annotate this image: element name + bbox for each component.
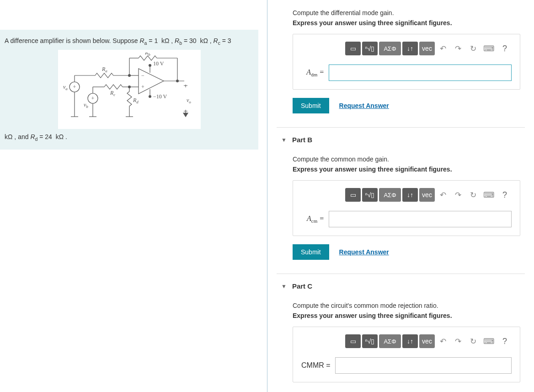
part-c-intro: Compute the circuit's common mode reject… — [293, 302, 525, 309]
svg-point-30 — [149, 64, 151, 67]
redo-button[interactable]: ↷ — [451, 334, 465, 348]
root-button[interactable]: ⁿ√▯ — [362, 42, 378, 55]
greek-button[interactable]: ΑΣΦ — [379, 42, 401, 55]
part-c-hint: Express your answer using three signific… — [293, 312, 525, 319]
subsup-button[interactable]: ↓↑ — [402, 42, 418, 55]
svg-text:vo: vo — [187, 97, 191, 104]
part-b-toolbar: ▭ ⁿ√▯ ΑΣΦ ↓↑ vec ↶ ↷ ↻ ⌨ ? — [301, 188, 512, 202]
svg-text:vb: vb — [84, 102, 88, 109]
undo-button[interactable]: ↶ — [436, 188, 450, 202]
part-b-title: Part B — [292, 136, 312, 144]
part-b-hint: Express your answer using three signific… — [293, 166, 525, 173]
svg-text:10 V: 10 V — [153, 60, 164, 67]
reset-button[interactable]: ↻ — [466, 334, 480, 348]
svg-text:Rd: Rd — [133, 97, 139, 104]
svg-text:+: + — [73, 84, 76, 90]
caret-down-icon: ▼ — [281, 283, 287, 290]
part-b-intro: Compute the common mode gain. — [293, 156, 525, 163]
reset-button[interactable]: ↻ — [466, 188, 480, 202]
part-b-var-label: Acm = — [301, 215, 324, 224]
help-button[interactable]: ? — [498, 188, 512, 202]
undo-button[interactable]: ↶ — [436, 334, 450, 348]
part-c-var-label: CMMR = — [301, 361, 331, 370]
svg-text:Rc: Rc — [110, 90, 115, 97]
root-button[interactable]: ⁿ√▯ — [362, 188, 378, 202]
part-c-header[interactable]: ▼ Part C — [277, 274, 525, 293]
part-c-toolbar: ▭ ⁿ√▯ ΑΣΦ ↓↑ vec ↶ ↷ ↻ ⌨ ? — [301, 334, 512, 348]
keyboard-button[interactable]: ⌨ — [481, 334, 497, 348]
part-c-answer-box: ▭ ⁿ√▯ ΑΣΦ ↓↑ vec ↶ ↷ ↻ ⌨ ? CMMR = — [293, 327, 520, 382]
answer-panel: Compute the differential mode gain. Expr… — [267, 0, 534, 392]
part-c-title: Part C — [292, 282, 312, 290]
part-b-input[interactable] — [329, 211, 512, 227]
problem-text-2: kΩ , and Rd = 24 kΩ . — [5, 133, 67, 140]
part-c-input[interactable] — [335, 357, 512, 374]
greek-button[interactable]: ΑΣΦ — [379, 334, 401, 348]
problem-text: A difference amplifier is shown below. S… — [5, 37, 231, 44]
problem-panel: A difference amplifier is shown below. S… — [0, 0, 267, 392]
root-button[interactable]: ⁿ√▯ — [362, 334, 378, 348]
part-a-hint: Express your answer using three signific… — [293, 19, 525, 27]
part-a-answer-box: ▭ ⁿ√▯ ΑΣΦ ↓↑ vec ↶ ↷ ↻ ⌨ ? Adm = — [293, 34, 520, 90]
svg-text:−: − — [141, 72, 144, 79]
part-b-request-answer-link[interactable]: Request Answer — [339, 248, 389, 256]
keyboard-button[interactable]: ⌨ — [481, 42, 497, 55]
templates-button[interactable]: ▭ — [345, 42, 361, 55]
svg-text:va: va — [63, 84, 68, 91]
vec-button[interactable]: vec — [419, 42, 435, 55]
part-a-intro: Compute the differential mode gain. — [293, 9, 525, 16]
vec-button[interactable]: vec — [419, 334, 435, 348]
redo-button[interactable]: ↷ — [451, 42, 465, 55]
svg-text:+: + — [141, 84, 144, 90]
svg-text:Ra: Ra — [101, 66, 107, 73]
redo-button[interactable]: ↷ — [451, 188, 465, 202]
part-b-answer-box: ▭ ⁿ√▯ ΑΣΦ ↓↑ vec ↶ ↷ ↻ ⌨ ? Acm = — [293, 180, 520, 236]
part-a-submit-button[interactable]: Submit — [293, 98, 329, 113]
subsup-button[interactable]: ↓↑ — [402, 334, 418, 348]
svg-point-33 — [149, 96, 151, 98]
templates-button[interactable]: ▭ — [345, 188, 361, 202]
greek-button[interactable]: ΑΣΦ — [379, 188, 401, 202]
part-a-var-label: Adm = — [301, 68, 324, 77]
help-button[interactable]: ? — [498, 334, 512, 348]
part-b-submit-button[interactable]: Submit — [293, 244, 329, 260]
keyboard-button[interactable]: ⌨ — [481, 188, 497, 202]
caret-down-icon: ▼ — [281, 137, 287, 143]
part-a-input[interactable] — [329, 64, 512, 81]
undo-button[interactable]: ↶ — [436, 42, 450, 55]
svg-text:+: + — [91, 95, 94, 102]
vec-button[interactable]: vec — [419, 188, 435, 202]
templates-button[interactable]: ▭ — [345, 334, 361, 348]
part-b-header[interactable]: ▼ Part B — [277, 127, 525, 146]
part-a-toolbar: ▭ ⁿ√▯ ΑΣΦ ↓↑ vec ↶ ↷ ↻ ⌨ ? — [301, 42, 512, 55]
help-button[interactable]: ? — [498, 42, 512, 55]
subsup-button[interactable]: ↓↑ — [402, 188, 418, 202]
svg-text:−10 V: −10 V — [153, 93, 167, 100]
problem-statement: A difference amplifier is shown below. S… — [0, 30, 258, 150]
svg-marker-43 — [183, 113, 188, 117]
part-a-request-answer-link[interactable]: Request Answer — [339, 102, 389, 109]
reset-button[interactable]: ↻ — [466, 42, 480, 55]
circuit-diagram: + va + vb — [5, 50, 254, 129]
